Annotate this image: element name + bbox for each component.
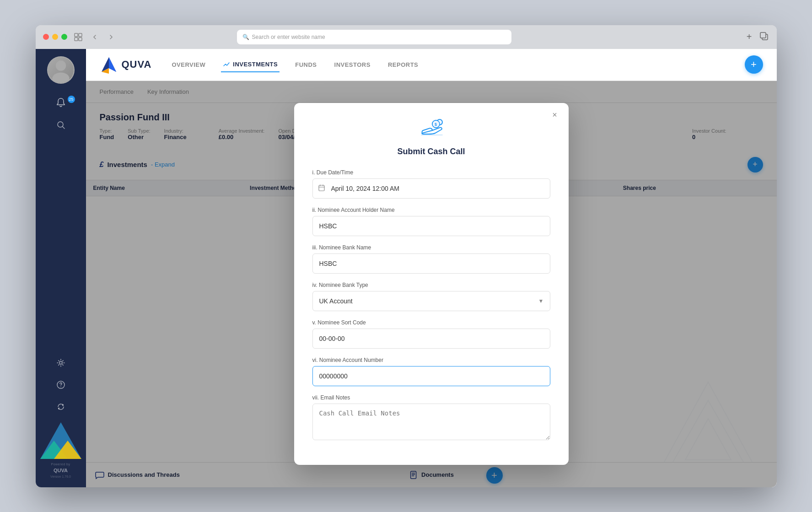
nominee-holder-label: ii. Nominee Account Holder Name bbox=[312, 207, 550, 213]
sort-code-group: v. Nominee Sort Code bbox=[312, 319, 550, 349]
account-number-label: vi. Nominee Account Number bbox=[312, 357, 550, 363]
grid-view-icon[interactable] bbox=[73, 32, 84, 43]
svg-point-8 bbox=[58, 122, 63, 127]
address-text: Search or enter website name bbox=[252, 34, 325, 40]
new-tab-icon[interactable]: + bbox=[747, 32, 752, 42]
svg-rect-5 bbox=[760, 32, 766, 38]
nominee-bank-group: iii. Nominee Bank Name bbox=[312, 244, 550, 274]
nominee-holder-group: ii. Nominee Account Holder Name bbox=[312, 207, 550, 236]
sort-code-input[interactable] bbox=[312, 329, 550, 349]
add-button[interactable]: + bbox=[745, 55, 763, 74]
svg-point-6 bbox=[55, 60, 65, 70]
main-area: QUVA OVERVIEW INVESTMENTS FUNDS INVESTOR… bbox=[86, 49, 777, 487]
account-number-group: vi. Nominee Account Number bbox=[312, 357, 550, 386]
avatar[interactable] bbox=[47, 56, 75, 84]
svg-point-9 bbox=[59, 361, 62, 364]
nominee-bank-label: iii. Nominee Bank Name bbox=[312, 244, 550, 251]
sort-code-label: v. Nominee Sort Code bbox=[312, 319, 550, 326]
sidebar-item-help[interactable] bbox=[36, 374, 86, 396]
nav-right: + bbox=[745, 55, 763, 74]
account-number-input[interactable] bbox=[312, 366, 550, 386]
bank-type-label: iv. Nominee Bank Type bbox=[312, 282, 550, 288]
nav-item-investments[interactable]: INVESTMENTS bbox=[221, 57, 280, 72]
page-content: Performance Key Information Passion Fund… bbox=[86, 81, 777, 487]
nominee-holder-input[interactable] bbox=[312, 216, 550, 236]
minimize-button[interactable] bbox=[52, 34, 58, 40]
logo: QUVA bbox=[100, 55, 152, 74]
nav-items: OVERVIEW INVESTMENTS FUNDS INVESTORS REP… bbox=[170, 57, 420, 72]
search-icon: 🔍 bbox=[242, 34, 249, 40]
browser-window: 🔍 Search or enter website name + bbox=[36, 25, 777, 487]
svg-point-11 bbox=[60, 386, 61, 387]
notification-badge: 25 bbox=[68, 96, 75, 103]
top-nav: QUVA OVERVIEW INVESTMENTS FUNDS INVESTOR… bbox=[86, 49, 777, 81]
nominee-bank-input[interactable] bbox=[312, 253, 550, 274]
maximize-button[interactable] bbox=[61, 34, 67, 40]
sidebar-footer: Powered by QUVA Version 1.76.0 bbox=[50, 463, 71, 478]
due-date-label: i. Due Date/Time bbox=[312, 169, 550, 176]
due-date-input[interactable] bbox=[312, 178, 550, 199]
app-content: 25 bbox=[36, 49, 777, 487]
close-button[interactable] bbox=[43, 34, 49, 40]
due-date-wrapper bbox=[312, 178, 550, 199]
nav-item-investors[interactable]: INVESTORS bbox=[333, 58, 372, 72]
sidebar-item-refresh[interactable] bbox=[36, 396, 86, 418]
bank-type-group: iv. Nominee Bank Type UK Account Interna… bbox=[312, 282, 550, 311]
modal-title: Submit Cash Call bbox=[312, 147, 550, 156]
submit-cash-call-modal: × $ bbox=[294, 103, 569, 465]
window-controls bbox=[43, 34, 67, 40]
modal-overlay: × $ bbox=[86, 81, 777, 487]
svg-rect-2 bbox=[75, 38, 78, 41]
nav-item-overview[interactable]: OVERVIEW bbox=[170, 58, 207, 72]
sidebar-item-settings[interactable] bbox=[36, 352, 86, 374]
logo-text: QUVA bbox=[122, 59, 152, 70]
bank-type-select[interactable]: UK Account International Account Other bbox=[312, 291, 550, 311]
due-date-group: i. Due Date/Time bbox=[312, 169, 550, 199]
svg-point-7 bbox=[52, 72, 69, 83]
browser-actions: + bbox=[747, 31, 769, 43]
sidebar-item-search[interactable] bbox=[36, 114, 86, 136]
forward-icon[interactable] bbox=[106, 32, 117, 43]
svg-rect-1 bbox=[79, 33, 82, 37]
nav-item-reports[interactable]: REPORTS bbox=[386, 58, 420, 72]
browser-titlebar: 🔍 Search or enter website name + bbox=[36, 25, 777, 49]
copy-tabs-icon[interactable] bbox=[759, 31, 769, 43]
email-notes-textarea[interactable] bbox=[312, 404, 550, 440]
sidebar-item-notifications[interactable]: 25 bbox=[36, 91, 86, 114]
svg-text:$: $ bbox=[435, 122, 437, 127]
svg-rect-3 bbox=[79, 38, 82, 41]
bank-type-select-wrapper: UK Account International Account Other ▼ bbox=[312, 291, 550, 311]
address-bar[interactable]: 🔍 Search or enter website name bbox=[237, 30, 511, 44]
sidebar: 25 bbox=[36, 49, 86, 487]
email-notes-label: vii. Email Notes bbox=[312, 394, 550, 401]
svg-marker-16 bbox=[109, 57, 116, 72]
back-icon[interactable] bbox=[89, 32, 100, 43]
nav-item-funds[interactable]: FUNDS bbox=[293, 58, 318, 72]
email-notes-group: vii. Email Notes bbox=[312, 394, 550, 442]
modal-close-button[interactable]: × bbox=[549, 109, 560, 120]
modal-icon: $ bbox=[312, 118, 550, 141]
svg-rect-0 bbox=[75, 33, 78, 37]
